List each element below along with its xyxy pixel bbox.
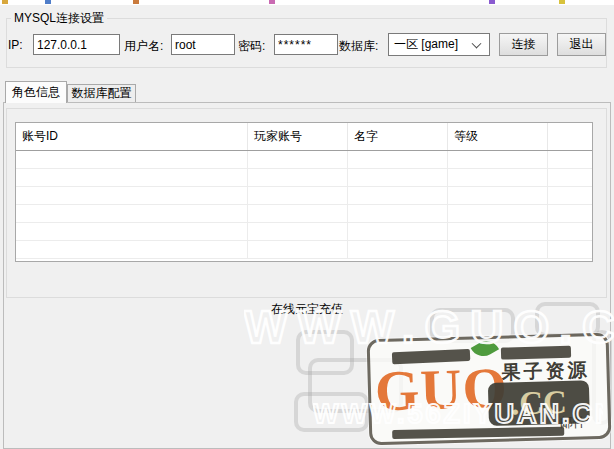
table-row[interactable]	[16, 151, 592, 169]
icon-fragment	[45, 0, 51, 4]
table-cell	[248, 241, 348, 258]
recharge-group-title: 在线元宝充值	[268, 303, 346, 316]
table-cell	[248, 205, 348, 222]
table-row[interactable]	[16, 187, 592, 205]
table-cell	[348, 169, 448, 186]
table-header-row: 账号ID 玩家账号 名字 等级	[16, 123, 592, 151]
username-label: 用户名:	[124, 38, 163, 55]
table-cell	[548, 187, 592, 204]
table-cell	[348, 187, 448, 204]
table-cell	[448, 169, 548, 186]
table-body	[16, 151, 592, 259]
icon-fragment	[559, 0, 565, 4]
ip-label: IP:	[8, 38, 23, 52]
table-cell	[348, 241, 448, 258]
password-label: 密码:	[238, 38, 265, 55]
icon-fragment	[269, 0, 275, 4]
stamp-bottom-bar	[392, 427, 564, 439]
password-input[interactable]	[274, 34, 338, 55]
table-cell	[248, 169, 348, 186]
tab-db-config[interactable]: 数据库配置	[67, 84, 136, 102]
table-cell	[548, 205, 592, 222]
table-cell	[448, 187, 548, 204]
icon-fragment	[133, 0, 139, 4]
table-cell	[548, 169, 592, 186]
table-cell	[16, 223, 248, 240]
table-cell	[448, 151, 548, 168]
table-cell	[16, 169, 248, 186]
ip-input[interactable]	[33, 34, 120, 55]
top-edge-strip	[0, 0, 614, 5]
table-cell	[448, 205, 548, 222]
table-cell	[348, 151, 448, 168]
column-header-level[interactable]: 等级	[448, 123, 548, 150]
table-cell	[448, 223, 548, 240]
table-cell	[16, 205, 248, 222]
exit-button[interactable]: 退出	[557, 33, 606, 56]
column-header-name[interactable]: 名字	[348, 123, 448, 150]
table-cell	[348, 205, 448, 222]
table-row[interactable]	[16, 241, 592, 259]
table-cell	[16, 151, 248, 168]
column-header-player-account[interactable]: 玩家账号	[248, 123, 348, 150]
table-cell	[348, 223, 448, 240]
tab-role-info-label: 角色信息	[12, 84, 60, 101]
table-cell	[548, 151, 592, 168]
table-row[interactable]	[16, 223, 592, 241]
icon-fragment	[489, 0, 495, 4]
database-select[interactable]: 一区 [game]	[388, 33, 490, 56]
username-input[interactable]	[171, 34, 235, 55]
mysql-connection-group-title: MYSQL连接设置	[11, 12, 107, 25]
chevron-down-icon	[472, 38, 482, 48]
accounts-table: 账号ID 玩家账号 名字 等级	[15, 122, 593, 262]
tab-role-info[interactable]: 角色信息	[5, 81, 67, 103]
table-cell	[548, 241, 592, 258]
database-select-value: 一区 [game]	[394, 36, 458, 53]
guo-cc-watermark-stamp: 果子资源 GUO .CC 邮件	[367, 333, 612, 446]
tab-db-config-label: 数据库配置	[72, 85, 132, 102]
database-label: 数据库:	[339, 38, 378, 55]
icon-fragment	[2, 0, 8, 4]
table-cell	[248, 223, 348, 240]
table-cell	[16, 241, 248, 258]
table-cell	[448, 241, 548, 258]
column-header-extra	[548, 123, 592, 150]
table-cell	[548, 223, 592, 240]
table-cell	[248, 151, 348, 168]
column-header-account-id[interactable]: 账号ID	[16, 123, 248, 150]
connect-button[interactable]: 连接	[499, 33, 548, 56]
table-cell	[16, 187, 248, 204]
table-cell	[248, 187, 348, 204]
table-row[interactable]	[16, 169, 592, 187]
table-row[interactable]	[16, 205, 592, 223]
